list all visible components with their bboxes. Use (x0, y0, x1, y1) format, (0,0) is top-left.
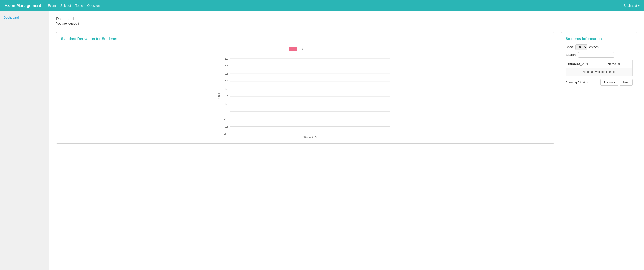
table-card-title: Students information (566, 37, 632, 41)
svg-text:-0.2: -0.2 (224, 103, 228, 105)
sidebar: Dashboard (0, 11, 50, 270)
svg-text:Student ID: Student ID (303, 136, 316, 139)
col-student-id-label: Student_id (568, 62, 584, 66)
pagination-info: Showing 0 to 0 of (566, 81, 588, 84)
main-content: Dashboard You are logged in! Standard De… (50, 11, 644, 270)
search-row: Search: (566, 52, 632, 58)
svg-text:0: 0 (227, 95, 228, 98)
nav-question[interactable]: Question (87, 4, 100, 8)
pagination-row: Showing 0 to 0 of Previous Next (566, 79, 632, 86)
prev-button[interactable]: Previous (600, 79, 619, 86)
chart-container: SD Result (61, 44, 550, 139)
chart-card: Standard Derivation for Students SD Resu… (56, 32, 554, 144)
svg-text:-1.0: -1.0 (224, 133, 228, 136)
table-body: No data available in table (566, 68, 632, 76)
next-button[interactable]: Next (620, 79, 632, 86)
nav-topic[interactable]: Topic (76, 4, 83, 8)
search-label: Search: (566, 53, 576, 56)
search-input[interactable] (578, 52, 614, 58)
nav-subject[interactable]: Subject (60, 4, 71, 8)
chart-svg: SD Result (61, 44, 550, 139)
col-student-id[interactable]: Student_id ⇅ (566, 60, 606, 68)
chart-title: Standard Derivation for Students (61, 37, 550, 41)
svg-text:0.4: 0.4 (225, 80, 228, 83)
sidebar-item-dashboard[interactable]: Dashboard (3, 16, 19, 19)
svg-text:0.8: 0.8 (225, 65, 228, 68)
svg-text:-0.8: -0.8 (224, 125, 228, 128)
sort-icon-name: ⇅ (618, 63, 620, 66)
table-header-row: Student_id ⇅ Name ⇅ (566, 60, 632, 68)
panels-row: Standard Derivation for Students SD Resu… (56, 32, 637, 144)
table-header: Student_id ⇅ Name ⇅ (566, 60, 632, 68)
user-name: Shahadat (624, 4, 637, 8)
page-subtitle: You are logged in! (56, 22, 637, 26)
navbar-nav: Exam Subject Topic Question (48, 4, 624, 8)
table-empty-row: No data available in table (566, 68, 632, 76)
pagination-buttons: Previous Next (600, 79, 632, 86)
user-dropdown-icon: ▾ (638, 4, 640, 8)
navbar-brand: Exam Management (4, 3, 41, 8)
show-label: Show (566, 45, 574, 49)
entries-label: entries (589, 45, 599, 49)
data-table: Student_id ⇅ Name ⇅ No data available in… (566, 60, 632, 76)
col-name[interactable]: Name ⇅ (605, 60, 632, 68)
svg-rect-0 (289, 47, 297, 51)
navbar: Exam Management Exam Subject Topic Quest… (0, 0, 644, 11)
svg-text:1.0: 1.0 (225, 57, 228, 60)
svg-text:-0.6: -0.6 (224, 118, 228, 120)
svg-text:0.6: 0.6 (225, 72, 228, 75)
svg-text:-0.4: -0.4 (224, 110, 228, 113)
navbar-user[interactable]: Shahadat ▾ (624, 4, 640, 8)
entries-select[interactable]: 10 25 50 100 (575, 44, 588, 50)
table-card: Students information Show 10 25 50 100 e… (561, 32, 637, 90)
table-controls: Show 10 25 50 100 entries Search: (566, 44, 632, 58)
page-title: Dashboard (56, 17, 637, 21)
table-empty-message: No data available in table (566, 68, 632, 76)
show-entries-row: Show 10 25 50 100 entries (566, 44, 632, 50)
svg-text:0.2: 0.2 (225, 88, 228, 90)
sort-icon-student-id: ⇅ (586, 63, 588, 66)
nav-exam[interactable]: Exam (48, 4, 56, 8)
svg-text:SD: SD (299, 48, 303, 51)
col-name-label: Name (608, 62, 616, 66)
svg-text:Result: Result (217, 92, 220, 100)
main-layout: Dashboard Dashboard You are logged in! S… (0, 11, 644, 270)
